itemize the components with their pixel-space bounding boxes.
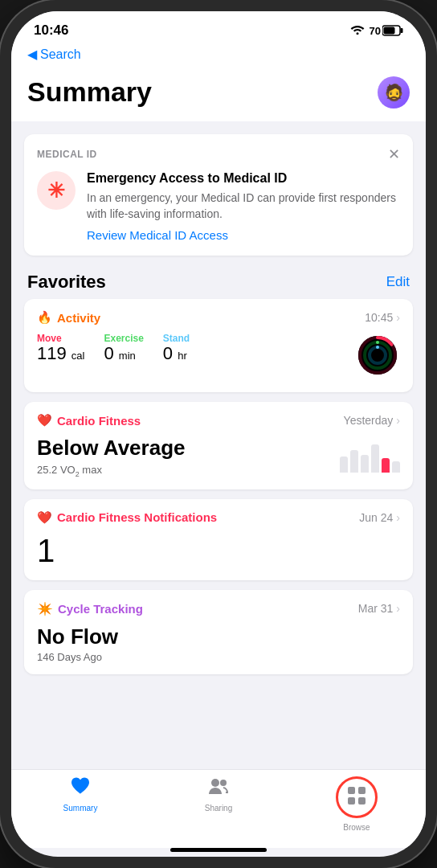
medical-id-label: MEDICAL ID <box>37 149 97 160</box>
chart-bar-5 <box>382 458 390 473</box>
browse-tab-label: Browse <box>343 823 370 832</box>
chart-bar-2 <box>350 450 358 473</box>
stand-label: Stand <box>163 333 190 344</box>
tab-browse[interactable]: Browse <box>288 776 426 832</box>
main-content[interactable]: Summary 🧔 MEDICAL ID ✕ ✳ Emergency Acces… <box>11 68 426 769</box>
activity-card-header: 🔥 Activity 10:45 › <box>37 310 400 325</box>
back-button[interactable]: ◀ Search <box>27 47 81 62</box>
chart-bar-4 <box>371 444 379 473</box>
cardio-card-header: ❤️ Cardio Fitness Yesterday › <box>37 413 400 428</box>
activity-time: 10:45 › <box>365 311 400 324</box>
svg-point-11 <box>220 780 227 786</box>
asterisk-symbol: ✳ <box>47 178 65 203</box>
medical-asterisk-icon: ✳ <box>37 171 76 210</box>
cardio-vo2: 25.2 VO2 max <box>37 464 185 478</box>
phone-frame: 10:46 70 <box>0 0 437 868</box>
medical-description: In an emergency, your Medical ID can pro… <box>87 190 400 222</box>
medical-title: Emergency Access to Medical ID <box>87 171 400 186</box>
tab-sharing[interactable]: Sharing <box>149 776 288 832</box>
browse-highlight-ring <box>336 776 378 818</box>
sharing-tab-label: Sharing <box>205 804 232 813</box>
summary-tab-label: Summary <box>63 804 98 813</box>
chart-bar-1 <box>340 457 348 473</box>
cardio-time: Yesterday › <box>344 414 400 427</box>
cardio-notif-card[interactable]: ❤️ Cardio Fitness Notifications Jun 24 ›… <box>24 499 413 580</box>
cardio-time-value: Yesterday <box>344 414 394 427</box>
page-title: Summary <box>27 76 152 108</box>
page-header: Summary 🧔 <box>11 68 426 121</box>
chart-bar-3 <box>361 455 369 473</box>
move-value: 119 cal <box>37 344 84 363</box>
cardio-notif-chevron-icon: › <box>396 511 400 524</box>
exercise-label: Exercise <box>104 333 143 344</box>
nav-bar: ◀ Search <box>11 43 426 68</box>
svg-rect-15 <box>358 797 366 805</box>
svg-rect-12 <box>348 787 355 794</box>
favorites-header: Favorites Edit <box>11 256 426 299</box>
svg-rect-2 <box>384 27 395 35</box>
close-button[interactable]: ✕ <box>388 147 400 162</box>
activity-card[interactable]: 🔥 Activity 10:45 › Move 119 <box>24 299 413 392</box>
stand-value: 0 hr <box>163 344 190 363</box>
cardio-main-content: Below Average 25.2 VO2 max <box>37 436 400 478</box>
cycle-card-header: ✴️ Cycle Tracking Mar 31 › <box>37 601 400 616</box>
cardio-value-block: Below Average 25.2 VO2 max <box>37 436 185 478</box>
activity-title-row: 🔥 Activity <box>37 310 100 325</box>
activity-stats: Move 119 cal Exercise 0 min <box>37 333 400 381</box>
cycle-chevron-icon: › <box>396 602 400 615</box>
cycle-value: No Flow <box>37 624 400 649</box>
flame-icon: 🔥 <box>37 310 52 325</box>
activity-ring <box>355 333 400 381</box>
cardio-notif-time: Jun 24 › <box>359 511 400 524</box>
user-avatar[interactable]: 🧔 <box>378 76 410 108</box>
heart-notif-icon: ❤️ <box>37 510 52 525</box>
activity-time-value: 10:45 <box>365 311 393 324</box>
svg-point-10 <box>211 779 219 787</box>
svg-rect-13 <box>358 787 366 794</box>
cardio-label: Cardio Fitness <box>57 414 141 428</box>
cardio-below-average: Below Average <box>37 436 185 461</box>
back-label: Search <box>40 47 81 62</box>
tab-bar: Summary Sharing <box>11 769 426 848</box>
summary-heart-icon <box>70 776 91 800</box>
edit-button[interactable]: Edit <box>386 274 410 290</box>
cycle-title-row: ✴️ Cycle Tracking <box>37 601 143 616</box>
move-label: Move <box>37 333 84 344</box>
stats-group: Move 119 cal Exercise 0 min <box>37 333 190 363</box>
tab-summary[interactable]: Summary <box>11 776 149 832</box>
cardio-notif-date: Jun 24 <box>359 511 393 524</box>
status-bar: 10:46 70 <box>11 11 426 43</box>
svg-rect-14 <box>348 797 355 805</box>
activity-label: Activity <box>57 311 100 325</box>
favorites-title: Favorites <box>27 272 106 293</box>
exercise-value: 0 min <box>104 344 143 363</box>
cycle-icon: ✴️ <box>37 601 53 616</box>
back-chevron-icon: ◀ <box>27 47 37 62</box>
medical-text-block: Emergency Access to Medical ID In an eme… <box>87 171 400 243</box>
exercise-stat: Exercise 0 min <box>104 333 143 363</box>
battery-icon: 70 <box>370 25 403 37</box>
cycle-time: Mar 31 › <box>358 602 400 615</box>
medical-id-header: MEDICAL ID ✕ <box>37 147 400 162</box>
chart-bar-6 <box>392 461 400 473</box>
medical-id-content: ✳ Emergency Access to Medical ID In an e… <box>37 171 400 243</box>
stand-stat: Stand 0 hr <box>163 333 190 363</box>
status-icons: 70 <box>350 23 403 38</box>
cycle-sub: 146 Days Ago <box>37 651 400 663</box>
cardio-mini-chart <box>340 440 400 473</box>
cardio-fitness-card[interactable]: ❤️ Cardio Fitness Yesterday › Below Aver… <box>24 402 413 489</box>
cycle-tracking-card[interactable]: ✴️ Cycle Tracking Mar 31 › No Flow 146 D… <box>24 590 413 674</box>
browse-grid-icon <box>346 785 367 809</box>
cardio-notif-title-row: ❤️ Cardio Fitness Notifications <box>37 510 217 525</box>
move-stat: Move 119 cal <box>37 333 84 363</box>
cardio-notif-header: ❤️ Cardio Fitness Notifications Jun 24 › <box>37 510 400 525</box>
medical-id-card: MEDICAL ID ✕ ✳ Emergency Access to Medic… <box>24 134 413 256</box>
medical-link[interactable]: Review Medical ID Access <box>87 228 228 242</box>
svg-rect-1 <box>401 28 403 33</box>
cardio-notif-label: Cardio Fitness Notifications <box>57 510 217 524</box>
cycle-date: Mar 31 <box>358 602 394 615</box>
home-indicator <box>170 848 267 852</box>
heart-icon: ❤️ <box>37 413 52 428</box>
phone-screen: 10:46 70 <box>11 11 426 857</box>
cardio-notif-value: 1 <box>37 533 400 569</box>
